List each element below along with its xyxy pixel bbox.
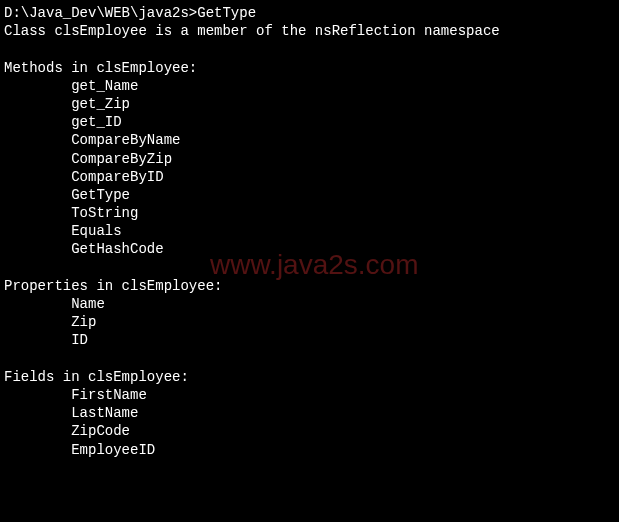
property-item: ID [4, 331, 615, 349]
fields-list: FirstName LastName ZipCode EmployeeID [4, 386, 615, 459]
fields-header: Fields in clsEmployee: [4, 368, 615, 386]
methods-list: get_Name get_Zip get_ID CompareByName Co… [4, 77, 615, 259]
field-item: EmployeeID [4, 441, 615, 459]
method-item: Equals [4, 222, 615, 240]
method-item: CompareByID [4, 168, 615, 186]
command-prompt: D:\Java_Dev\WEB\java2s>GetType [4, 4, 615, 22]
method-item: CompareByZip [4, 150, 615, 168]
methods-header: Methods in clsEmployee: [4, 59, 615, 77]
method-item: GetHashCode [4, 240, 615, 258]
method-item: GetType [4, 186, 615, 204]
property-item: Name [4, 295, 615, 313]
method-item: get_Zip [4, 95, 615, 113]
blank-line [4, 350, 615, 368]
field-item: FirstName [4, 386, 615, 404]
field-item: LastName [4, 404, 615, 422]
method-item: get_Name [4, 77, 615, 95]
blank-line [4, 259, 615, 277]
properties-list: Name Zip ID [4, 295, 615, 350]
property-item: Zip [4, 313, 615, 331]
method-item: ToString [4, 204, 615, 222]
console-output: D:\Java_Dev\WEB\java2s>GetType Class cls… [4, 4, 615, 459]
method-item: get_ID [4, 113, 615, 131]
field-item: ZipCode [4, 422, 615, 440]
blank-line [4, 40, 615, 58]
method-item: CompareByName [4, 131, 615, 149]
properties-header: Properties in clsEmployee: [4, 277, 615, 295]
class-info-line: Class clsEmployee is a member of the nsR… [4, 22, 615, 40]
